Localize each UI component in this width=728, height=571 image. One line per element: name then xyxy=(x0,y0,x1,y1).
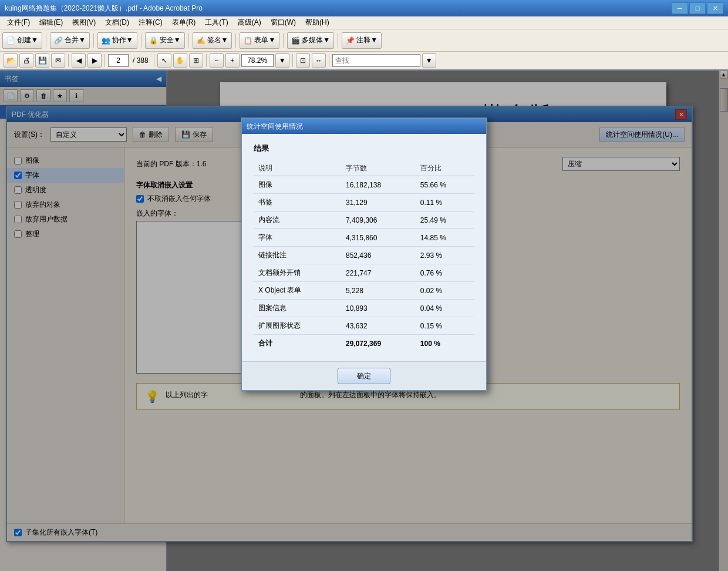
stats-section-title: 结果 xyxy=(254,143,474,154)
open-folder-button[interactable]: 📂 xyxy=(4,53,18,68)
table-row: 书签 31,129 0.11 % xyxy=(254,194,474,211)
toolbar-separator-1 xyxy=(46,33,46,48)
row-percent: 0.15 % xyxy=(416,317,474,335)
sign-icon: ✍ xyxy=(197,36,205,45)
lock-icon: 🔒 xyxy=(149,36,158,45)
toolbar: 📄 创建▼ 🔗 合并▼ 👥 协作▼ 🔒 安全▼ ✍ 签名▼ 📋 表单▼ 🎬 多媒… xyxy=(0,29,728,52)
row-bytes: 31,129 xyxy=(341,194,416,211)
main-area: 书签 ◀ 📄 ⚙ 🗑 ★ ℹ 📄 封面、说明 （2020 ～ 2021 懒人版）… xyxy=(0,70,728,571)
merge-button[interactable]: 🔗 合并▼ xyxy=(50,32,90,49)
toolbar-separator-2 xyxy=(93,33,94,48)
save-button-nav[interactable]: 💾 xyxy=(35,53,49,68)
zoom-in-button[interactable]: + xyxy=(225,53,240,68)
row-bytes: 5,228 xyxy=(341,282,416,300)
row-label: 书签 xyxy=(254,194,341,211)
row-percent: 0.02 % xyxy=(416,282,474,300)
cooperate-button[interactable]: 👥 协作▼ xyxy=(97,32,137,49)
nav-sep-4 xyxy=(206,54,207,67)
notes-icon: 📌 xyxy=(346,36,355,45)
print-button[interactable]: 🖨 xyxy=(19,53,33,68)
sign-button[interactable]: ✍ 签名▼ xyxy=(193,32,232,49)
row-percent: 0.76 % xyxy=(416,264,474,282)
maximize-button[interactable]: □ xyxy=(689,2,706,14)
fit-page-button[interactable]: ⊡ xyxy=(296,53,310,68)
merge-label: 合并▼ xyxy=(65,35,86,45)
nav-sep-1 xyxy=(68,54,69,67)
menu-window[interactable]: 窗口(W) xyxy=(266,16,301,29)
row-percent: 55.66 % xyxy=(416,176,474,194)
toolbar-separator-5 xyxy=(235,33,236,48)
form-button[interactable]: 📋 表单▼ xyxy=(240,32,279,49)
minimize-button[interactable]: ─ xyxy=(672,2,688,14)
email-button[interactable]: ✉ xyxy=(51,53,65,68)
search-button[interactable]: ▼ xyxy=(422,53,436,68)
table-row: 内容流 7,409,306 25.49 % xyxy=(254,211,474,229)
row-label: 内容流 xyxy=(254,211,341,229)
page-number-input[interactable] xyxy=(108,54,129,67)
zoom-out-button[interactable]: − xyxy=(210,53,224,68)
nav-sep-6 xyxy=(329,54,329,67)
menu-comment[interactable]: 注释(C) xyxy=(134,16,167,29)
form-label: 表单▼ xyxy=(254,35,275,45)
menu-edit[interactable]: 编辑(E) xyxy=(35,16,68,29)
row-bytes: 43,632 xyxy=(341,317,416,335)
stats-body: 结果 说明 字节数 百分比 图像 16,182,138 55.66 % 书签 3… xyxy=(242,134,486,361)
row-label: 文档额外开销 xyxy=(254,264,341,282)
menu-advanced[interactable]: 高级(A) xyxy=(233,16,266,29)
stats-table: 说明 字节数 百分比 图像 16,182,138 55.66 % 书签 31,1… xyxy=(254,161,474,352)
menu-form[interactable]: 表单(R) xyxy=(167,16,201,29)
row-percent: 14.85 % xyxy=(416,229,474,247)
menu-document[interactable]: 文档(D) xyxy=(100,16,134,29)
cooperate-label: 协作▼ xyxy=(112,35,133,45)
row-bytes: 10,893 xyxy=(341,300,416,317)
zoom-dropdown-button[interactable]: ▼ xyxy=(275,53,289,68)
window-controls: ─ □ ✕ xyxy=(672,2,723,14)
toolbar-separator-6 xyxy=(283,33,284,48)
row-bytes: 16,182,138 xyxy=(341,176,416,194)
fit-width-button[interactable]: ↔ xyxy=(312,53,326,68)
notes-button[interactable]: 📌 注释▼ xyxy=(342,32,382,49)
stats-title-bar: 统计空间使用情况 xyxy=(242,119,486,134)
table-row: 文档额外开销 221,747 0.76 % xyxy=(254,264,474,282)
next-page-button[interactable]: ▶ xyxy=(87,53,102,68)
row-label: 字体 xyxy=(254,229,341,247)
confirm-button[interactable]: 确定 xyxy=(338,368,390,384)
row-bytes: 852,436 xyxy=(341,247,416,264)
row-bytes: 29,072,369 xyxy=(341,335,416,352)
table-row: 合计 29,072,369 100 % xyxy=(254,335,474,352)
stats-overlay: 统计空间使用情况 结果 说明 字节数 百分比 图像 16,182,138 55.… xyxy=(0,70,728,571)
row-percent: 0.11 % xyxy=(416,194,474,211)
row-percent: 2.93 % xyxy=(416,247,474,264)
menu-tools[interactable]: 工具(T) xyxy=(200,16,232,29)
page-total-label: / 388 xyxy=(133,56,149,65)
row-label: 扩展图形状态 xyxy=(254,317,341,335)
cooperate-icon: 👥 xyxy=(102,36,110,45)
menu-file[interactable]: 文件(F) xyxy=(2,16,35,29)
row-bytes: 221,747 xyxy=(341,264,416,282)
row-label: 链接批注 xyxy=(254,247,341,264)
stats-title-text: 统计空间使用情况 xyxy=(247,122,481,132)
toolbar-separator-4 xyxy=(188,33,189,48)
hand-tool-button[interactable]: ✋ xyxy=(173,53,187,68)
multimedia-button[interactable]: 🎬 多媒体▼ xyxy=(287,32,334,49)
col-header-bytes: 字节数 xyxy=(341,161,416,176)
table-row: 字体 4,315,860 14.85 % xyxy=(254,229,474,247)
prev-page-button[interactable]: ◀ xyxy=(72,53,86,68)
notes-label: 注释▼ xyxy=(356,35,378,45)
close-button[interactable]: ✕ xyxy=(707,2,723,14)
zoom-input[interactable] xyxy=(241,54,274,67)
row-label: 图像 xyxy=(254,176,341,194)
row-label: 图案信息 xyxy=(254,300,341,317)
nav-sep-2 xyxy=(105,54,105,67)
search-input[interactable] xyxy=(332,54,420,67)
table-row: 链接批注 852,436 2.93 % xyxy=(254,247,474,264)
table-row: 图像 16,182,138 55.66 % xyxy=(254,176,474,194)
row-percent: 25.49 % xyxy=(416,211,474,229)
menu-view[interactable]: 视图(V) xyxy=(68,16,100,29)
menu-help[interactable]: 帮助(H) xyxy=(301,16,334,29)
stats-footer: 确定 xyxy=(242,361,486,390)
cursor-tool-button[interactable]: ↖ xyxy=(157,53,171,68)
security-button[interactable]: 🔒 安全▼ xyxy=(145,32,185,49)
select-tool-button[interactable]: ⊞ xyxy=(189,53,203,68)
create-button[interactable]: 📄 创建▼ xyxy=(2,32,42,49)
